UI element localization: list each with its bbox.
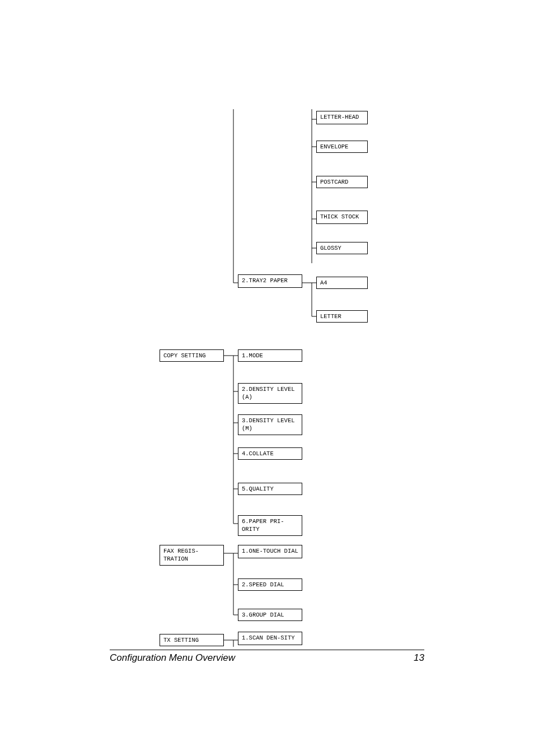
footer-title: Configuration Menu Overview	[110, 652, 235, 664]
menu-tree-diagram: LETTER-HEAD ENVELOPE POSTCARD THICK STOC…	[160, 109, 389, 647]
menu-item-glossy: GLOSSY	[316, 242, 368, 254]
menu-item-envelope: ENVELOPE	[316, 141, 368, 153]
menu-item-postcard: POSTCARD	[316, 176, 368, 188]
menu-item-group-dial: 3.GROUP DIAL	[238, 609, 302, 621]
footer-rule	[110, 650, 424, 650]
page-footer: Configuration Menu Overview 13	[110, 650, 424, 664]
menu-item-scan-density: 1.SCAN DEN-SITY	[238, 632, 302, 645]
menu-item-speed-dial: 2.SPEED DIAL	[238, 578, 302, 591]
menu-item-density-m: 3.DENSITY LEVEL (M)	[238, 414, 302, 435]
menu-item-onetouch-dial: 1.ONE-TOUCH DIAL	[238, 545, 302, 558]
menu-item-tray2paper: 2.TRAY2 PAPER	[238, 274, 302, 288]
menu-item-tx-setting: TX SETTING	[160, 634, 224, 646]
menu-item-letterhead: LETTER-HEAD	[316, 111, 368, 124]
menu-item-fax-registration: FAX REGIS-TRATION	[160, 545, 224, 566]
page-number: 13	[414, 652, 424, 664]
connector-lines	[160, 109, 389, 647]
menu-item-density-a: 2.DENSITY LEVEL (A)	[238, 383, 302, 404]
menu-item-quality: 5.QUALITY	[238, 483, 302, 495]
menu-item-mode: 1.MODE	[238, 349, 302, 362]
menu-item-paper-priority: 6.PAPER PRI-ORITY	[238, 515, 302, 536]
menu-item-thickstock: THICK STOCK	[316, 211, 368, 224]
menu-item-a4: A4	[316, 277, 368, 289]
menu-item-copy-setting: COPY SETTING	[160, 349, 224, 362]
menu-item-letter: LETTER	[316, 310, 368, 323]
menu-item-collate: 4.COLLATE	[238, 447, 302, 460]
